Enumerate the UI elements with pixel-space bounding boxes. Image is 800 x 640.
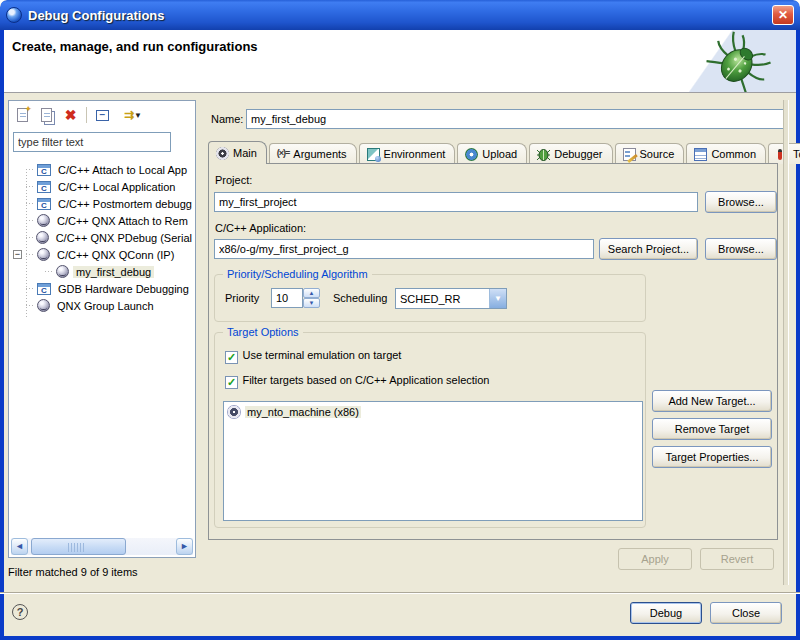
- dialog-header: Create, manage, and run configurations: [4, 30, 796, 93]
- tab-source[interactable]: Source: [615, 143, 685, 164]
- tree-item[interactable]: GDB Hardware Debugging: [9, 280, 195, 297]
- project-browse-button[interactable]: Browse...: [705, 191, 777, 213]
- close-button[interactable]: Close: [710, 602, 782, 624]
- footer-separator: [0, 592, 800, 594]
- application-browse-button[interactable]: Browse...: [705, 238, 777, 260]
- qnx-icon: [36, 231, 49, 244]
- spinner-down-icon[interactable]: ▼: [303, 298, 320, 308]
- revert-button[interactable]: Revert: [700, 548, 774, 570]
- scheduling-label: Scheduling: [333, 292, 387, 304]
- new-configuration-icon[interactable]: ✦: [14, 107, 31, 123]
- environment-tab-icon: [367, 148, 380, 161]
- qnx-icon: [37, 248, 50, 261]
- tree-item[interactable]: C/C++ Postmortem debugg: [9, 195, 195, 212]
- window-icon: [6, 7, 22, 23]
- apply-button[interactable]: Apply: [618, 548, 692, 570]
- priority-group-title: Priority/Scheduling Algorithm: [223, 268, 372, 280]
- tree-item[interactable]: C/C++ Attach to Local App: [9, 161, 195, 178]
- scroll-left-icon[interactable]: ◄: [11, 538, 28, 555]
- target-list[interactable]: my_nto_machine (x86): [223, 401, 643, 521]
- tree-item[interactable]: C/C++ Local Application: [9, 178, 195, 195]
- tree-item-expanded[interactable]: −C/C++ QNX QConn (IP): [9, 246, 195, 263]
- target-options-group: Target Options ✓ Use terminal emulation …: [214, 332, 646, 528]
- configurations-tree: C/C++ Attach to Local App C/C++ Local Ap…: [9, 161, 195, 537]
- terminal-emulation-checkbox[interactable]: ✓ Use terminal emulation on target: [225, 345, 401, 364]
- arguments-tab-icon: (×)=: [277, 148, 290, 161]
- tab-upload[interactable]: Upload: [457, 143, 527, 164]
- add-new-target-button[interactable]: Add New Target...: [652, 390, 772, 412]
- priority-spinner[interactable]: ▲▼: [271, 288, 320, 308]
- priority-label: Priority: [225, 292, 259, 304]
- filter-targets-checkbox[interactable]: ✓ Filter targets based on C/C++ Applicat…: [225, 370, 489, 389]
- header-graphic: [676, 30, 796, 92]
- debugger-tab-icon: [537, 148, 550, 161]
- c-application-icon: [37, 181, 51, 193]
- project-input[interactable]: [214, 192, 698, 212]
- right-groove: [783, 100, 789, 585]
- window-title: Debug Configurations: [28, 8, 165, 23]
- upload-tab-icon: [465, 148, 478, 161]
- spinner-up-icon[interactable]: ▲: [303, 288, 320, 298]
- configurations-toolbar: ✦ ✖ − ⇉▼: [9, 101, 195, 129]
- project-label: Project:: [215, 174, 252, 186]
- window-border-bottom: [0, 636, 800, 640]
- application-input[interactable]: [214, 239, 594, 259]
- c-application-icon: [37, 283, 51, 295]
- checkbox-checked-icon[interactable]: ✓: [225, 376, 238, 389]
- tree-item[interactable]: QNX Group Launch: [9, 297, 195, 314]
- window-border-right: [796, 30, 800, 640]
- filter-status-text: Filter matched 9 of 9 items: [8, 566, 138, 578]
- main-tab-icon: [216, 147, 229, 160]
- source-tab-icon: [623, 148, 636, 161]
- qnx-icon: [37, 299, 50, 312]
- tab-environment[interactable]: Environment: [359, 143, 456, 164]
- filter-input[interactable]: [13, 132, 171, 152]
- search-project-button[interactable]: Search Project...: [599, 238, 698, 260]
- name-input[interactable]: [246, 109, 784, 129]
- name-label: Name:: [211, 113, 243, 125]
- tab-bar: Main (×)=Arguments Environment Upload De…: [208, 141, 778, 164]
- tree-item[interactable]: C/C++ QNX PDebug (Serial: [9, 229, 195, 246]
- main-tab-content: Project: Browse... C/C++ Application: Se…: [208, 163, 778, 540]
- tab-arguments[interactable]: (×)=Arguments: [269, 143, 357, 164]
- target-group-title: Target Options: [223, 326, 303, 338]
- scrollbar-thumb[interactable]: [31, 538, 126, 555]
- dialog-subtitle: Create, manage, and run configurations: [12, 39, 258, 54]
- horizontal-scrollbar[interactable]: ◄ ►: [11, 538, 193, 555]
- collapse-all-icon[interactable]: −: [94, 107, 111, 123]
- duplicate-configuration-icon[interactable]: [38, 107, 55, 123]
- filter-icon[interactable]: ⇉▼: [118, 107, 148, 123]
- priority-value-input[interactable]: [271, 288, 303, 308]
- tree-item-selected[interactable]: my_first_debug: [9, 263, 195, 280]
- tab-main[interactable]: Main: [208, 141, 267, 164]
- window-border-left: [0, 30, 4, 640]
- debug-button[interactable]: Debug: [630, 602, 702, 624]
- tab-common[interactable]: Common: [686, 143, 766, 164]
- collapse-node-icon[interactable]: −: [13, 250, 22, 259]
- application-label: C/C++ Application:: [215, 222, 306, 234]
- qnx-icon: [37, 214, 50, 227]
- dropdown-arrow-icon[interactable]: ▼: [489, 289, 506, 308]
- help-icon[interactable]: ?: [12, 604, 28, 620]
- target-properties-button[interactable]: Target Properties...: [652, 446, 772, 468]
- target-icon: [227, 405, 241, 419]
- title-bar[interactable]: Debug Configurations ✕: [0, 0, 800, 30]
- tree-item[interactable]: C/C++ QNX Attach to Rem: [9, 212, 195, 229]
- tab-debugger[interactable]: Debugger: [529, 143, 612, 164]
- scheduling-dropdown[interactable]: SCHED_RR ▼: [395, 288, 507, 309]
- close-icon[interactable]: ✕: [772, 5, 794, 25]
- target-list-item[interactable]: my_nto_machine (x86): [227, 405, 639, 419]
- common-tab-icon: [694, 148, 707, 161]
- qnx-icon: [56, 265, 69, 278]
- configurations-panel: ✦ ✖ − ⇉▼ C/C++ Attach to Local App C/C++…: [8, 100, 196, 558]
- toolbar-separator: [86, 107, 87, 123]
- green-bug-icon: [676, 30, 796, 92]
- c-application-icon: [37, 164, 51, 176]
- scroll-right-icon[interactable]: ►: [176, 538, 193, 555]
- c-application-icon: [37, 198, 51, 210]
- delete-configuration-icon[interactable]: ✖: [62, 107, 79, 123]
- priority-scheduling-group: Priority/Scheduling Algorithm Priority ▲…: [214, 274, 646, 322]
- debug-configurations-dialog: Debug Configurations ✕: [0, 0, 800, 640]
- remove-target-button[interactable]: Remove Target: [652, 418, 772, 440]
- checkbox-checked-icon[interactable]: ✓: [225, 351, 238, 364]
